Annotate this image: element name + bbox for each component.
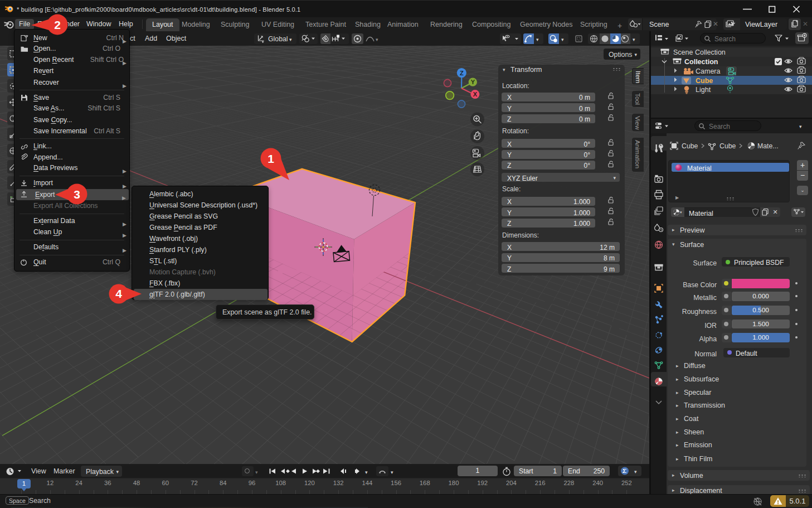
svg-text:Collection: Collection (684, 58, 718, 66)
svg-text:Cube: Cube (719, 142, 736, 150)
svg-text:Cube: Cube (696, 77, 713, 85)
svg-text:Y: Y (471, 79, 475, 85)
svg-text:Mate...: Mate... (757, 142, 779, 150)
svg-text:X: X (473, 91, 478, 98)
svg-text:Cube: Cube (682, 142, 698, 150)
svg-text:Camera: Camera (696, 67, 721, 75)
svg-text:Light: Light (696, 86, 711, 94)
svg-text:Z: Z (460, 70, 464, 76)
svg-text:Scene Collection: Scene Collection (673, 49, 726, 56)
